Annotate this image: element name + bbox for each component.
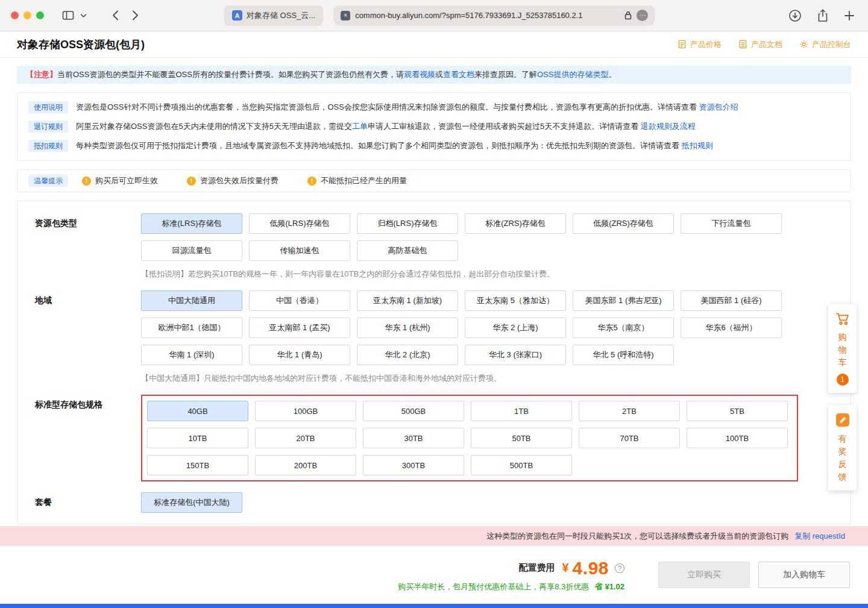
page-header: 对象存储OSS资源包(包月) 产品价格 产品文档 产品控制台 bbox=[0, 31, 868, 58]
region-option-button[interactable]: 华东 2 (上海) bbox=[465, 318, 566, 338]
cart-widget[interactable]: 购物车 1 bbox=[828, 304, 857, 393]
package-type-option-button[interactable]: 低频(ZRS)存储包 bbox=[573, 213, 674, 234]
spec-option-button[interactable]: 500TB bbox=[471, 455, 572, 475]
product-docs-link[interactable]: 产品文档 bbox=[738, 39, 782, 50]
spec-option-button[interactable]: 1TB bbox=[471, 401, 572, 421]
region-option-button[interactable]: 华北 2 (北京) bbox=[357, 345, 458, 365]
product-price-link[interactable]: 产品价格 bbox=[678, 39, 722, 50]
spec-option-button[interactable]: 100GB bbox=[255, 401, 356, 421]
package-type-option-button[interactable]: 低频(LRS)存储包 bbox=[249, 213, 350, 234]
spec-option-button[interactable]: 5TB bbox=[687, 401, 788, 421]
address-bar[interactable]: common-buy.aliyun.com/?spm=5176.7933691.… bbox=[334, 5, 655, 26]
usage-text: 资源包是OSS针对不同计费项推出的优惠套餐，当您购买指定资源包后，OSS会按您实… bbox=[76, 101, 840, 113]
region-option-button[interactable]: 华东6（福州） bbox=[681, 318, 782, 338]
package-type-option-button[interactable]: 回源流量包 bbox=[141, 240, 242, 261]
region-option-button[interactable]: 华东 1 (杭州) bbox=[357, 318, 458, 338]
spec-option-button[interactable]: 10TB bbox=[147, 428, 248, 448]
sidebar-toggle-button[interactable] bbox=[60, 10, 77, 20]
share-button[interactable] bbox=[815, 9, 831, 22]
buy-now-button[interactable]: 立即购买 bbox=[658, 562, 750, 588]
text-segment[interactable]: 抵扣规则 bbox=[682, 141, 713, 150]
region-option-button[interactable]: 美国西部 1 (硅谷) bbox=[681, 290, 782, 311]
spec-option-button[interactable]: 100TB bbox=[687, 428, 788, 448]
region-option-button[interactable]: 华北 1 (青岛) bbox=[249, 345, 350, 365]
browser-tab[interactable]: A 对象存储 OSS_云... bbox=[224, 5, 323, 26]
usage-badge: 使用说明 bbox=[28, 101, 68, 113]
region-option-button[interactable]: 亚太东南 5（雅加达） bbox=[465, 290, 566, 311]
more-options-icon[interactable] bbox=[637, 10, 648, 21]
feedback-widget[interactable]: 有奖反馈 bbox=[828, 405, 857, 490]
region-option-button[interactable]: 美国东部 1 (弗吉尼亚) bbox=[573, 290, 674, 311]
downloads-button[interactable] bbox=[786, 9, 804, 22]
url-text: common-buy.aliyun.com/?spm=5176.7933691.… bbox=[355, 11, 620, 20]
plan-option-button[interactable]: 标准存储包(中国大陆) bbox=[141, 492, 242, 513]
notice-text-segment[interactable]: 观看视频 bbox=[404, 70, 435, 79]
text-segment: 资源包是OSS针对不同计费项推出的优惠套餐，当您购买指定资源包后，OSS会按您实… bbox=[76, 102, 699, 111]
deduct-badge: 抵扣规则 bbox=[28, 140, 68, 152]
tab-group-chevron[interactable] bbox=[78, 13, 89, 18]
copy-requestid-link[interactable]: 复制 requestId bbox=[794, 531, 845, 542]
spec-option-button[interactable]: 500GB bbox=[363, 401, 464, 421]
spec-option-button[interactable]: 40GB bbox=[147, 401, 248, 421]
region-option-button[interactable]: 欧洲中部1（德国） bbox=[141, 318, 242, 338]
header-links: 产品价格 产品文档 产品控制台 bbox=[678, 39, 851, 50]
spec-option-button[interactable]: 150TB bbox=[147, 455, 248, 475]
tips-badge: 温馨提示 bbox=[28, 175, 68, 187]
package-type-option-button[interactable]: 下行流量包 bbox=[681, 213, 782, 234]
region-option-button[interactable]: 中国（香港） bbox=[249, 290, 350, 311]
spec-option-button[interactable]: 200TB bbox=[255, 455, 356, 475]
window-controls bbox=[11, 11, 44, 19]
product-docs-label: 产品文档 bbox=[751, 39, 782, 50]
spec-option-button[interactable]: 2TB bbox=[579, 401, 680, 421]
text-segment[interactable]: 退款规则及流程 bbox=[641, 122, 696, 131]
tab-favicon-icon: A bbox=[232, 10, 242, 20]
region-option-button[interactable]: 亚太南部 1 (孟买) bbox=[249, 318, 350, 338]
region-option-button[interactable]: 华南 1 (深圳) bbox=[141, 345, 242, 365]
forward-button[interactable] bbox=[130, 10, 141, 20]
region-option-button[interactable]: 华北 5 (呼和浩特) bbox=[573, 345, 674, 365]
promo-line: 购买半年时长，包月预付优惠价基础上，再享8.3折优惠 省 ¥1.02 bbox=[398, 581, 624, 592]
close-window-button[interactable] bbox=[11, 11, 19, 19]
warning-icon bbox=[82, 177, 91, 186]
new-tab-button[interactable] bbox=[841, 10, 857, 21]
cart-label: 购物车 bbox=[838, 331, 848, 369]
product-console-link[interactable]: 产品控制台 bbox=[799, 39, 851, 50]
package-type-option-button[interactable]: 高防基础包 bbox=[357, 240, 458, 261]
add-to-cart-button[interactable]: 加入购物车 bbox=[758, 562, 850, 588]
notice-text-segment[interactable]: OSS提供的存储类型 bbox=[537, 70, 608, 79]
purchase-limit-bar: 这种类型的资源包在同一时段只能购买1次，您可以选择续费或者升级当前的资源包订购 … bbox=[0, 526, 868, 546]
spec-option-button[interactable]: 70TB bbox=[579, 428, 680, 448]
download-icon bbox=[788, 9, 802, 22]
spec-label: 标准型存储包规格 bbox=[35, 395, 141, 481]
chevron-down-icon bbox=[80, 13, 87, 18]
notice-bar: 【注意】当前OSS资源包的类型并不能覆盖OSS所有的按量付费计费项。如果您购买了… bbox=[17, 66, 851, 84]
spec-option-button[interactable]: 300TB bbox=[363, 455, 464, 475]
refund-badge: 退订规则 bbox=[28, 121, 68, 133]
text-segment[interactable]: 资源包介绍 bbox=[699, 102, 738, 111]
notice-text-segment[interactable]: 查看文档 bbox=[443, 70, 474, 79]
zoom-window-button[interactable] bbox=[36, 11, 44, 19]
gear-icon bbox=[799, 40, 808, 49]
cart-count-badge: 1 bbox=[837, 374, 849, 386]
tip-item: 资源包失效后按量付费 bbox=[187, 175, 278, 186]
text-segment[interactable]: 工单 bbox=[352, 122, 368, 131]
package-type-option-button[interactable]: 归档(LRS)存储包 bbox=[357, 213, 458, 234]
region-option-button[interactable]: 华东5（南京） bbox=[573, 318, 674, 338]
package-type-option-button[interactable]: 传输加速包 bbox=[249, 240, 350, 261]
spec-option-button[interactable]: 30TB bbox=[363, 428, 464, 448]
notice-text-segment: 或 bbox=[435, 70, 443, 79]
price-info-icon[interactable] bbox=[615, 563, 624, 573]
back-button[interactable] bbox=[110, 10, 121, 20]
package-type-option-button[interactable]: 标准(ZRS)存储包 bbox=[465, 213, 566, 234]
package-type-option-button[interactable]: 标准(LRS)存储包 bbox=[141, 213, 242, 234]
minimize-window-button[interactable] bbox=[24, 11, 31, 19]
spec-option-button[interactable]: 50TB bbox=[471, 428, 572, 448]
price-currency: ¥ bbox=[562, 561, 568, 575]
form-row-spec: 标准型存储包规格 40GB100GB500GB1TB2TB5TB10TB20TB… bbox=[35, 395, 840, 481]
text-segment: 阿里云对象存储OSS资源包在5天内未使用的情况下支持5天无理由退款，需提交 bbox=[76, 122, 352, 131]
package-type-options: 标准(LRS)存储包低频(LRS)存储包归档(LRS)存储包标准(ZRS)存储包… bbox=[141, 213, 786, 280]
region-option-button[interactable]: 中国大陆通用 bbox=[141, 290, 242, 311]
region-option-button[interactable]: 华北 3 (张家口) bbox=[465, 345, 566, 365]
spec-option-button[interactable]: 20TB bbox=[255, 428, 356, 448]
region-option-button[interactable]: 亚太东南 1 (新加坡) bbox=[357, 290, 458, 311]
